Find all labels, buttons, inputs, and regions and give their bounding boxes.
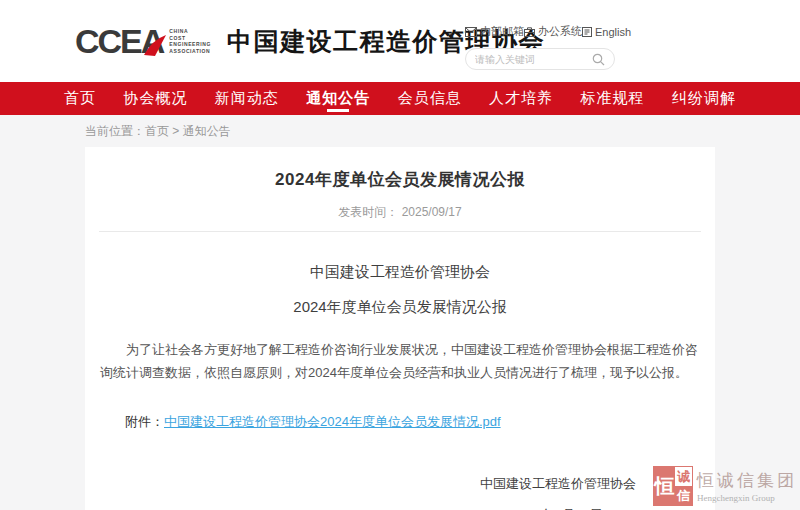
- nav-item-training[interactable]: 人才培养: [489, 82, 553, 115]
- quick-link-mail[interactable]: 内部邮箱: [465, 24, 524, 39]
- site-logo[interactable]: CCEA CHINA COST ENGINEERING ASSOCIATION: [75, 24, 211, 58]
- translate-icon: [582, 27, 592, 37]
- breadcrumb-prefix: 当前位置：: [85, 124, 145, 138]
- watermark: 恒 诚 信 恒诚信集团 Hengchengxin Group: [653, 466, 797, 506]
- briefcase-icon: [524, 27, 535, 37]
- search-box: [465, 48, 615, 70]
- watermark-seal: 恒 诚 信: [653, 466, 693, 506]
- title-divider: [99, 231, 701, 232]
- watermark-name-en: Hengchengxin Group: [697, 493, 797, 503]
- nav-item-standards[interactable]: 标准规程: [581, 82, 645, 115]
- search-input[interactable]: [475, 54, 592, 65]
- signature-date: 2025年9月17日: [458, 506, 658, 510]
- nav-item-about[interactable]: 协会概况: [123, 82, 187, 115]
- publish-time: 发表时间： 2025/09/17: [85, 204, 715, 221]
- breadcrumb-separator: >: [172, 124, 179, 138]
- article-subtitle-line: 2024年度单位会员发展情况公报: [85, 298, 715, 317]
- article-paragraph: 为了让社会各方更好地了解工程造价咨询行业发展状况，中国建设工程造价管理协会根据工…: [100, 338, 700, 384]
- breadcrumb-current[interactable]: 通知公告: [183, 124, 231, 138]
- quick-link-oa-system[interactable]: 办公系统: [524, 24, 582, 39]
- quick-link-english[interactable]: English: [582, 26, 631, 38]
- nav-item-news[interactable]: 新闻动态: [215, 82, 279, 115]
- breadcrumb-home-link[interactable]: 首页: [145, 124, 169, 138]
- logo-acronym: CCEA: [75, 24, 163, 58]
- watermark-name: 恒诚信集团: [697, 469, 797, 492]
- attachment-row: 附件：中国建设工程造价管理协会2024年度单位会员发展情况.pdf: [125, 413, 715, 431]
- top-header: CCEA CHINA COST ENGINEERING ASSOCIATION …: [0, 0, 800, 82]
- nav-item-home[interactable]: 首页: [64, 82, 96, 115]
- signature-name: 中国建设工程造价管理协会: [458, 475, 658, 493]
- article-org-line: 中国建设工程造价管理协会: [85, 263, 715, 282]
- logo-subtext: CHINA COST ENGINEERING ASSOCIATION: [169, 28, 211, 54]
- article-title: 2024年度单位会员发展情况公报: [85, 147, 715, 191]
- header-utilities: 内部邮箱 办公系统 English: [465, 24, 615, 70]
- search-icon[interactable]: [592, 53, 605, 66]
- nav-item-disputes[interactable]: 纠纷调解: [672, 82, 736, 115]
- mail-icon: [465, 27, 477, 37]
- main-nav: 首页 协会概况 新闻动态 通知公告 会员信息 人才培养 标准规程 纠纷调解: [0, 82, 800, 115]
- nav-item-members[interactable]: 会员信息: [398, 82, 462, 115]
- signature-block: 中国建设工程造价管理协会 2025年9月17日: [458, 475, 658, 510]
- nav-item-notices[interactable]: 通知公告: [306, 82, 370, 115]
- logo-swoosh-icon: [143, 35, 167, 57]
- article-card: 2024年度单位会员发展情况公报 发表时间： 2025/09/17 中国建设工程…: [85, 147, 715, 510]
- attachment-label: 附件：: [125, 414, 164, 429]
- attachment-link[interactable]: 中国建设工程造价管理协会2024年度单位会员发展情况.pdf: [164, 414, 501, 429]
- breadcrumb: 当前位置：首页 > 通知公告: [85, 115, 715, 147]
